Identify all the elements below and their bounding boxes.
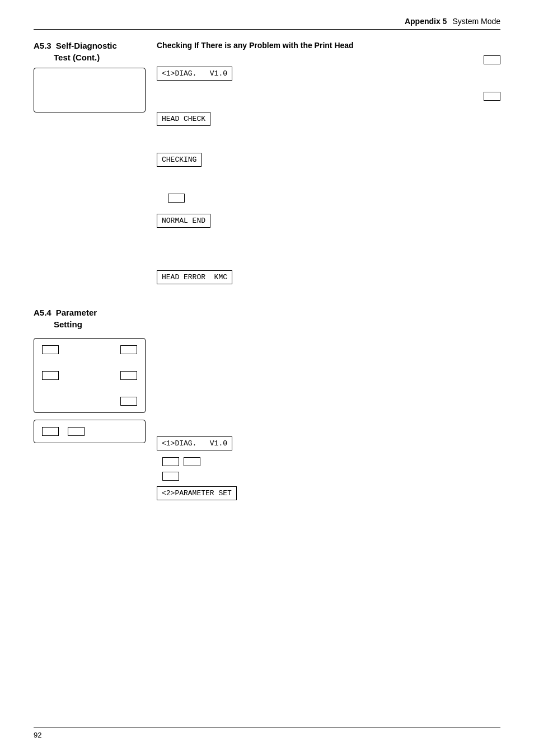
inner-box-4 [120,371,137,380]
page-header: Appendix 5 System Mode [34,17,500,30]
a54-flow-row-diag: <1>DIAG. V1.0 [157,436,500,452]
flow-row-head-check: HEAD CHECK [157,112,500,127]
a54-flow-row-param: <2>PARAMETER SET [157,486,500,501]
a54-title-line2: Setting [54,320,82,329]
appendix-label: Appendix 5 [405,17,447,26]
a54-indicator-3 [162,472,179,481]
a53-right-heading: Checking If There is any Problem with th… [157,41,500,50]
a54-indicator-1 [162,457,179,466]
flow-row-normal-end: NORMAL END [157,214,500,229]
a53-title-line2: Test (Cont.) [54,53,100,62]
inner-box-2 [120,345,137,354]
a54-lcd-diag: <1>DIAG. V1.0 [157,436,232,450]
indicator-box-1 [484,55,500,64]
inner-box-3 [42,371,59,380]
a53-flow: <1>DIAG. V1.0 HEAD CHECK CHECKING [157,67,500,285]
lcd-head-check: HEAD CHECK [157,112,210,126]
bottom-box-2 [68,427,85,436]
a54-title-line1: Parameter [56,308,97,317]
a54-right-area: <1>DIAG. V1.0 <2>PARAMETER SET [157,308,500,501]
inner-box-1 [42,345,59,354]
a54-big-box [34,338,146,413]
page-number: 92 [34,731,41,739]
a54-lcd-param-set: <2>PARAMETER SET [157,486,237,500]
indicator-box-3 [168,194,185,203]
page-footer: 92 [34,727,500,739]
a54-bottom-box [34,420,146,443]
big-box-row2 [42,371,137,380]
a54-indicator-2 [184,457,200,466]
flow-row-checking: CHECKING [157,153,500,168]
a53-title-line1: Self-Diagnostic [56,41,117,50]
bottom-box-1 [42,427,59,436]
lcd-normal-end: NORMAL END [157,214,210,228]
a54-label-area: A5.4 Parameter Setting [34,308,157,443]
a53-number: A5.3 [34,41,51,50]
big-box-row3 [42,397,137,406]
a53-label-area: A5.3 Self-Diagnostic Test (Cont.) [34,41,157,112]
lcd-diag: <1>DIAG. V1.0 [157,67,232,81]
flow-row-diag: <1>DIAG. V1.0 [157,67,500,82]
lcd-head-error: HEAD ERROR KMC [157,270,232,284]
section-a53: A5.3 Self-Diagnostic Test (Cont.) Checki… [34,41,500,285]
a54-indicator-row2 [157,472,500,481]
a53-left-box [34,68,146,112]
lcd-checking: CHECKING [157,153,202,167]
a54-indicator-row [157,457,500,466]
flow-row-head-error: HEAD ERROR KMC [157,270,500,285]
indicator-box-2 [484,92,500,101]
big-box-row1 [42,345,137,354]
a53-right-area: Checking If There is any Problem with th… [157,41,500,285]
a54-flow: <1>DIAG. V1.0 <2>PARAMETER SET [157,436,500,501]
section-a54: A5.4 Parameter Setting [34,308,500,501]
page: Appendix 5 System Mode A5.3 Self-Diagnos… [0,0,534,756]
header-subtitle: System Mode [452,17,500,26]
inner-box-5 [120,397,137,406]
a54-number: A5.4 [34,308,51,317]
